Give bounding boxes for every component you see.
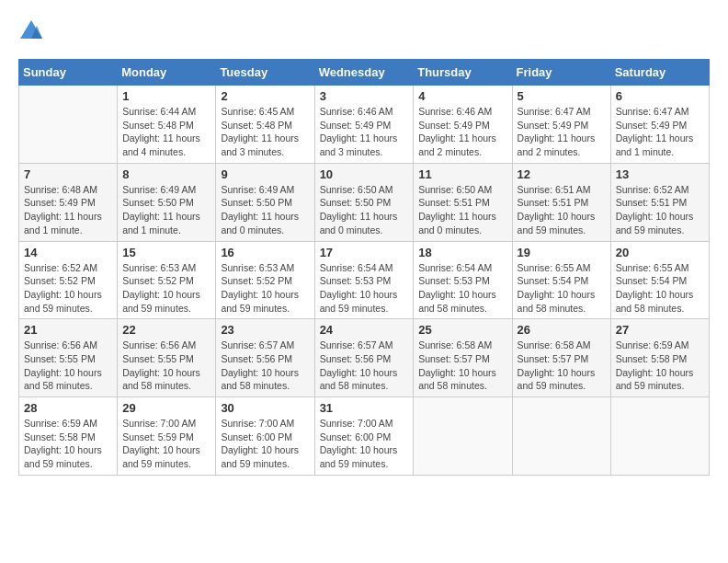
page-header [18, 18, 710, 44]
day-number: 6 [616, 89, 704, 103]
day-number: 28 [24, 401, 112, 415]
day-info: Sunrise: 6:49 AMSunset: 5:50 PMDaylight:… [122, 183, 210, 237]
day-info: Sunrise: 6:53 AMSunset: 5:52 PMDaylight:… [122, 261, 210, 316]
day-number: 29 [122, 401, 210, 415]
calendar-week-row: 28Sunrise: 6:59 AMSunset: 5:58 PMDayligh… [19, 397, 710, 476]
day-info: Sunrise: 6:54 AMSunset: 5:53 PMDaylight:… [418, 261, 506, 316]
day-info: Sunrise: 6:57 AMSunset: 5:56 PMDaylight:… [320, 339, 409, 393]
day-number: 26 [518, 323, 606, 337]
calendar-cell: 19Sunrise: 6:55 AMSunset: 5:54 PMDayligh… [512, 241, 610, 319]
day-info: Sunrise: 6:47 AMSunset: 5:49 PMDaylight:… [518, 105, 606, 159]
calendar-cell: 18Sunrise: 6:54 AMSunset: 5:53 PMDayligh… [414, 241, 512, 319]
day-info: Sunrise: 6:44 AMSunset: 5:48 PMDaylight:… [122, 105, 210, 159]
calendar-cell: 5Sunrise: 6:47 AMSunset: 5:49 PMDaylight… [512, 86, 610, 164]
day-number: 27 [616, 323, 704, 337]
day-of-week-wednesday: Wednesday [314, 60, 414, 86]
calendar-cell [414, 397, 512, 476]
day-of-week-tuesday: Tuesday [216, 60, 314, 86]
calendar-cell [512, 397, 610, 476]
calendar-cell: 10Sunrise: 6:50 AMSunset: 5:50 PMDayligh… [314, 163, 414, 241]
day-info: Sunrise: 6:58 AMSunset: 5:57 PMDaylight:… [418, 339, 506, 393]
day-info: Sunrise: 6:51 AMSunset: 5:51 PMDaylight:… [518, 183, 606, 237]
calendar-cell: 24Sunrise: 6:57 AMSunset: 5:56 PMDayligh… [314, 319, 414, 397]
calendar-cell: 25Sunrise: 6:58 AMSunset: 5:57 PMDayligh… [414, 319, 512, 397]
day-number: 20 [616, 246, 704, 259]
calendar-cell: 13Sunrise: 6:52 AMSunset: 5:51 PMDayligh… [610, 163, 709, 241]
day-info: Sunrise: 6:45 AMSunset: 5:48 PMDaylight:… [221, 105, 309, 159]
day-of-week-saturday: Saturday [610, 60, 709, 86]
calendar-cell: 20Sunrise: 6:55 AMSunset: 5:54 PMDayligh… [610, 241, 709, 319]
calendar-cell: 11Sunrise: 6:50 AMSunset: 5:51 PMDayligh… [414, 163, 512, 241]
calendar-cell: 27Sunrise: 6:59 AMSunset: 5:58 PMDayligh… [610, 319, 709, 397]
day-number: 9 [221, 167, 309, 181]
calendar-cell: 9Sunrise: 6:49 AMSunset: 5:50 PMDaylight… [216, 163, 314, 241]
day-number: 25 [418, 323, 506, 337]
logo-icon [18, 18, 44, 44]
day-of-week-monday: Monday [118, 60, 216, 86]
day-info: Sunrise: 6:59 AMSunset: 5:58 PMDaylight:… [616, 339, 704, 393]
calendar-cell: 30Sunrise: 7:00 AMSunset: 6:00 PMDayligh… [216, 397, 314, 476]
day-number: 15 [122, 246, 210, 259]
day-info: Sunrise: 6:55 AMSunset: 5:54 PMDaylight:… [518, 261, 606, 316]
day-number: 31 [320, 401, 409, 415]
day-info: Sunrise: 6:49 AMSunset: 5:50 PMDaylight:… [221, 183, 309, 237]
day-number: 11 [418, 167, 506, 181]
logo [18, 18, 48, 44]
day-info: Sunrise: 7:00 AMSunset: 6:00 PMDaylight:… [221, 417, 309, 471]
day-number: 3 [320, 89, 409, 103]
day-info: Sunrise: 6:48 AMSunset: 5:49 PMDaylight:… [24, 183, 112, 237]
day-number: 14 [24, 246, 112, 259]
day-info: Sunrise: 7:00 AMSunset: 5:59 PMDaylight:… [122, 417, 210, 471]
day-number: 5 [518, 89, 606, 103]
day-number: 2 [221, 89, 309, 103]
calendar-cell: 31Sunrise: 7:00 AMSunset: 6:00 PMDayligh… [314, 397, 414, 476]
day-info: Sunrise: 6:56 AMSunset: 5:55 PMDaylight:… [122, 339, 210, 393]
day-info: Sunrise: 6:57 AMSunset: 5:56 PMDaylight:… [221, 339, 309, 393]
calendar-cell: 4Sunrise: 6:46 AMSunset: 5:49 PMDaylight… [414, 86, 512, 164]
day-info: Sunrise: 6:54 AMSunset: 5:53 PMDaylight:… [320, 261, 409, 316]
calendar-cell: 28Sunrise: 6:59 AMSunset: 5:58 PMDayligh… [19, 397, 118, 476]
calendar-cell: 6Sunrise: 6:47 AMSunset: 5:49 PMDaylight… [610, 86, 709, 164]
day-info: Sunrise: 6:52 AMSunset: 5:52 PMDaylight:… [24, 261, 112, 316]
calendar-cell: 26Sunrise: 6:58 AMSunset: 5:57 PMDayligh… [512, 319, 610, 397]
calendar-cell: 12Sunrise: 6:51 AMSunset: 5:51 PMDayligh… [512, 163, 610, 241]
day-of-week-sunday: Sunday [19, 60, 118, 86]
day-number: 7 [24, 167, 112, 181]
calendar-cell [610, 397, 709, 476]
day-number: 18 [418, 246, 506, 259]
calendar-cell: 21Sunrise: 6:56 AMSunset: 5:55 PMDayligh… [19, 319, 118, 397]
day-of-week-thursday: Thursday [414, 60, 512, 86]
day-info: Sunrise: 6:53 AMSunset: 5:52 PMDaylight:… [221, 261, 309, 316]
day-number: 10 [320, 167, 409, 181]
day-of-week-friday: Friday [512, 60, 610, 86]
calendar-week-row: 1Sunrise: 6:44 AMSunset: 5:48 PMDaylight… [19, 86, 710, 164]
calendar-cell: 8Sunrise: 6:49 AMSunset: 5:50 PMDaylight… [118, 163, 216, 241]
day-number: 22 [122, 323, 210, 337]
calendar-cell: 7Sunrise: 6:48 AMSunset: 5:49 PMDaylight… [19, 163, 118, 241]
day-number: 4 [418, 89, 506, 103]
day-info: Sunrise: 6:59 AMSunset: 5:58 PMDaylight:… [24, 417, 112, 471]
calendar-cell: 14Sunrise: 6:52 AMSunset: 5:52 PMDayligh… [19, 241, 118, 319]
day-info: Sunrise: 6:50 AMSunset: 5:50 PMDaylight:… [320, 183, 409, 237]
calendar-header-row: SundayMondayTuesdayWednesdayThursdayFrid… [19, 60, 710, 86]
day-number: 1 [122, 89, 210, 103]
day-number: 13 [616, 167, 704, 181]
calendar-cell: 2Sunrise: 6:45 AMSunset: 5:48 PMDaylight… [216, 86, 314, 164]
calendar-cell: 16Sunrise: 6:53 AMSunset: 5:52 PMDayligh… [216, 241, 314, 319]
day-info: Sunrise: 6:58 AMSunset: 5:57 PMDaylight:… [518, 339, 606, 393]
day-info: Sunrise: 6:52 AMSunset: 5:51 PMDaylight:… [616, 183, 704, 237]
day-number: 30 [221, 401, 309, 415]
calendar-table: SundayMondayTuesdayWednesdayThursdayFrid… [18, 59, 710, 476]
day-info: Sunrise: 6:46 AMSunset: 5:49 PMDaylight:… [320, 105, 409, 159]
day-number: 8 [122, 167, 210, 181]
calendar-cell: 1Sunrise: 6:44 AMSunset: 5:48 PMDaylight… [118, 86, 216, 164]
calendar-week-row: 21Sunrise: 6:56 AMSunset: 5:55 PMDayligh… [19, 319, 710, 397]
day-number: 24 [320, 323, 409, 337]
calendar-cell: 15Sunrise: 6:53 AMSunset: 5:52 PMDayligh… [118, 241, 216, 319]
day-number: 21 [24, 323, 112, 337]
day-info: Sunrise: 6:50 AMSunset: 5:51 PMDaylight:… [418, 183, 506, 237]
day-number: 16 [221, 246, 309, 259]
calendar-cell: 3Sunrise: 6:46 AMSunset: 5:49 PMDaylight… [314, 86, 414, 164]
calendar-week-row: 7Sunrise: 6:48 AMSunset: 5:49 PMDaylight… [19, 163, 710, 241]
calendar-cell: 22Sunrise: 6:56 AMSunset: 5:55 PMDayligh… [118, 319, 216, 397]
